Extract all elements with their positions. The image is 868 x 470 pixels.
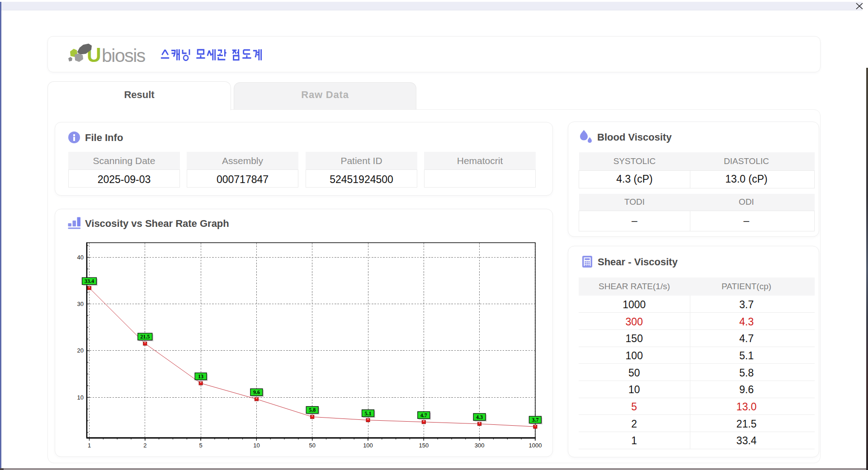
svg-text:5: 5 [199, 442, 202, 449]
svg-text:1: 1 [88, 442, 91, 449]
svg-text:33.4: 33.4 [85, 278, 94, 284]
svg-text:50: 50 [309, 442, 315, 449]
svg-text:3.7: 3.7 [532, 417, 538, 423]
svg-text:10: 10 [253, 442, 259, 449]
svg-text:10: 10 [77, 394, 84, 401]
svg-text:5.1: 5.1 [365, 410, 372, 417]
svg-text:5.8: 5.8 [309, 407, 316, 413]
svg-text:4.7: 4.7 [420, 412, 427, 418]
svg-text:biosis: biosis [102, 45, 146, 65]
svg-text:1000: 1000 [528, 442, 542, 449]
svg-text:20: 20 [77, 347, 84, 354]
svg-text:150: 150 [419, 442, 429, 449]
svg-text:21.5: 21.5 [140, 334, 150, 340]
svg-text:13: 13 [198, 373, 203, 380]
svg-text:2: 2 [143, 442, 146, 449]
svg-text:9.6: 9.6 [253, 389, 260, 395]
svg-text:40: 40 [77, 254, 84, 261]
svg-text:300: 300 [475, 442, 485, 449]
svg-text:30: 30 [77, 301, 84, 307]
svg-text:4.3: 4.3 [476, 414, 483, 420]
svg-text:100: 100 [363, 442, 373, 449]
